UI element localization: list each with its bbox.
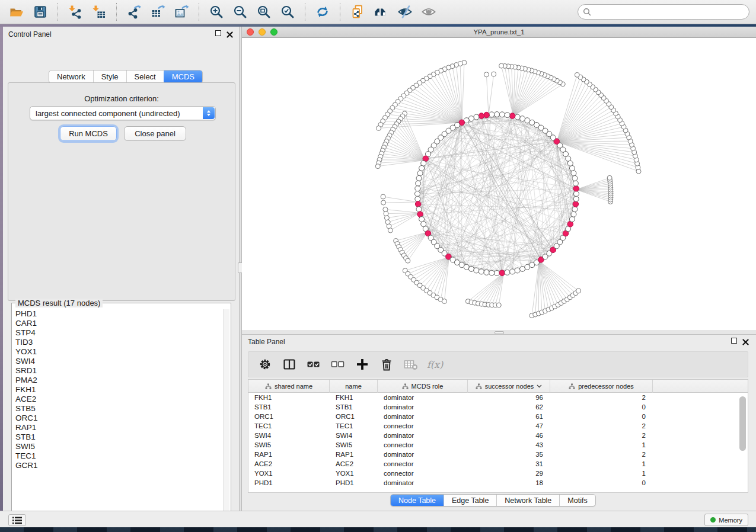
network-graph[interactable] bbox=[242, 38, 756, 331]
close-icon[interactable] bbox=[227, 30, 233, 36]
list-icon bbox=[12, 517, 22, 524]
tab-style[interactable]: Style bbox=[94, 70, 127, 83]
clone-network-icon[interactable] bbox=[346, 1, 369, 23]
mcds-result-item[interactable]: FKH1 bbox=[15, 385, 223, 395]
mcds-result-item[interactable]: YOX1 bbox=[15, 347, 223, 357]
criterion-select[interactable]: largest connected component (undirected) bbox=[30, 106, 216, 120]
import-network-icon[interactable] bbox=[63, 1, 87, 23]
node-table: shared namenameMCDS rolesuccessor nodesp… bbox=[248, 379, 748, 493]
memory-button[interactable]: Memory bbox=[704, 514, 748, 526]
mcds-result-item[interactable]: ORC1 bbox=[15, 414, 223, 423]
mcds-result-item[interactable]: SWI4 bbox=[15, 357, 223, 366]
show-panels-list-button[interactable] bbox=[8, 514, 26, 526]
column-type-icon bbox=[476, 383, 482, 390]
mcds-result-item[interactable]: STB1 bbox=[15, 432, 223, 442]
table-row[interactable]: TEC1TEC1connector472 bbox=[248, 421, 748, 431]
zoom-out-icon[interactable] bbox=[228, 1, 252, 23]
tab-edge-table[interactable]: Edge Table bbox=[444, 495, 497, 506]
mcds-result-item[interactable]: STB5 bbox=[15, 404, 223, 414]
zoom-in-icon[interactable] bbox=[205, 1, 228, 23]
table-row[interactable]: SWI5SWI5connector431 bbox=[248, 440, 748, 450]
table-cell: PHD1 bbox=[248, 479, 330, 486]
search-network-icon[interactable] bbox=[369, 1, 393, 23]
mcds-result-list[interactable]: PHD1CAR1STP4TID3YOX1SWI4SRD1PMA2FKH1ACE2… bbox=[13, 309, 223, 521]
import-table-icon[interactable] bbox=[87, 1, 111, 23]
scrollbar-thumb[interactable] bbox=[739, 396, 746, 451]
table-cell: ORC1 bbox=[248, 413, 330, 420]
network-search-box[interactable] bbox=[578, 4, 749, 20]
horizontal-splitter[interactable] bbox=[242, 331, 756, 335]
table-row[interactable]: STB1STB1dominator620 bbox=[248, 402, 748, 412]
column-header-predecessor-nodes[interactable]: predecessor nodes bbox=[550, 380, 653, 393]
main-toolbar bbox=[0, 0, 756, 24]
table-scrollbar[interactable] bbox=[739, 395, 746, 490]
run-mcds-button[interactable]: Run MCDS bbox=[60, 126, 117, 141]
select-all-icon[interactable] bbox=[304, 354, 323, 374]
column-type-icon bbox=[402, 383, 409, 390]
mcds-result-item[interactable]: PHD1 bbox=[15, 309, 223, 319]
tab-network[interactable]: Network bbox=[49, 70, 94, 83]
float-window-icon[interactable] bbox=[215, 30, 221, 36]
zoom-fit-icon[interactable] bbox=[252, 1, 276, 23]
network-canvas[interactable] bbox=[242, 38, 756, 331]
mcds-list-scrollbar[interactable] bbox=[223, 309, 229, 521]
hide-graphics-details-icon[interactable] bbox=[393, 1, 417, 23]
splitter-handle[interactable] bbox=[495, 331, 504, 334]
column-header-successor-nodes[interactable]: successor nodes bbox=[468, 380, 550, 393]
search-icon bbox=[583, 8, 591, 16]
mcds-result-item[interactable]: GCR1 bbox=[15, 461, 223, 470]
mcds-result-item[interactable]: TEC1 bbox=[15, 451, 223, 461]
delete-row-icon[interactable] bbox=[377, 354, 396, 374]
tab-mcds[interactable]: MCDS bbox=[164, 70, 203, 84]
refresh-layout-icon[interactable] bbox=[311, 1, 334, 23]
column-header-shared-name[interactable]: shared name bbox=[248, 380, 330, 393]
table-options-gear-icon[interactable] bbox=[256, 354, 275, 374]
table-row[interactable]: ORC1ORC1dominator610 bbox=[248, 412, 748, 421]
table-cell: SWI4 bbox=[248, 432, 330, 439]
export-network-icon[interactable] bbox=[122, 1, 146, 23]
table-cell: ORC1 bbox=[330, 413, 378, 420]
mcds-result-item[interactable]: CAR1 bbox=[15, 319, 223, 328]
table-row[interactable]: ACE2ACE2connector311 bbox=[248, 459, 748, 469]
show-graphics-details-icon[interactable] bbox=[417, 1, 441, 23]
column-header-MCDS-role[interactable]: MCDS role bbox=[378, 380, 468, 393]
close-icon[interactable] bbox=[742, 337, 749, 344]
table-cell: RAP1 bbox=[248, 451, 330, 458]
mcds-result-item[interactable]: ACE2 bbox=[15, 395, 223, 404]
show-columns-icon[interactable] bbox=[280, 354, 299, 374]
table-row[interactable]: SWI4SWI4dominator462 bbox=[248, 431, 748, 440]
table-row[interactable]: YOX1YOX1connector291 bbox=[248, 469, 748, 478]
search-input[interactable] bbox=[594, 6, 749, 18]
table-cell: connector bbox=[378, 460, 468, 467]
table-cell: 1 bbox=[550, 460, 653, 467]
mcds-result-item[interactable]: SWI5 bbox=[15, 442, 223, 451]
table-cell: connector bbox=[378, 470, 468, 477]
network-window-titlebar[interactable]: YPA_prune.txt_1 bbox=[242, 27, 756, 38]
table-cell: 96 bbox=[468, 394, 550, 401]
mcds-result-item[interactable]: SRD1 bbox=[15, 366, 223, 376]
mcds-result-item[interactable]: TID3 bbox=[15, 338, 223, 347]
export-image-icon[interactable] bbox=[170, 1, 193, 23]
table-row[interactable]: PHD1PHD1dominator180 bbox=[248, 478, 748, 488]
open-file-icon[interactable] bbox=[5, 1, 28, 23]
table-row[interactable]: FKH1FKH1dominator962 bbox=[248, 393, 748, 402]
table-cell: 62 bbox=[468, 403, 550, 411]
export-table-icon[interactable] bbox=[146, 1, 170, 23]
table-cell: PHD1 bbox=[330, 479, 378, 486]
tab-node-table[interactable]: Node Table bbox=[391, 495, 444, 506]
tab-motifs[interactable]: Motifs bbox=[560, 495, 595, 506]
table-cell: 31 bbox=[468, 460, 550, 467]
float-window-icon[interactable] bbox=[731, 338, 737, 344]
tab-select[interactable]: Select bbox=[127, 70, 164, 83]
add-row-icon[interactable] bbox=[353, 354, 372, 374]
save-session-icon[interactable] bbox=[28, 1, 52, 23]
table-row[interactable]: RAP1RAP1dominator352 bbox=[248, 450, 748, 459]
mcds-result-item[interactable]: RAP1 bbox=[15, 423, 223, 432]
mcds-result-item[interactable]: STP4 bbox=[15, 328, 223, 338]
deselect-all-icon[interactable] bbox=[328, 354, 347, 374]
tab-network-table[interactable]: Network Table bbox=[497, 495, 560, 506]
zoom-selected-icon[interactable] bbox=[276, 1, 299, 23]
close-panel-button[interactable]: Close panel bbox=[124, 126, 186, 141]
column-header-name[interactable]: name bbox=[330, 380, 378, 393]
mcds-result-item[interactable]: PMA2 bbox=[15, 376, 223, 385]
